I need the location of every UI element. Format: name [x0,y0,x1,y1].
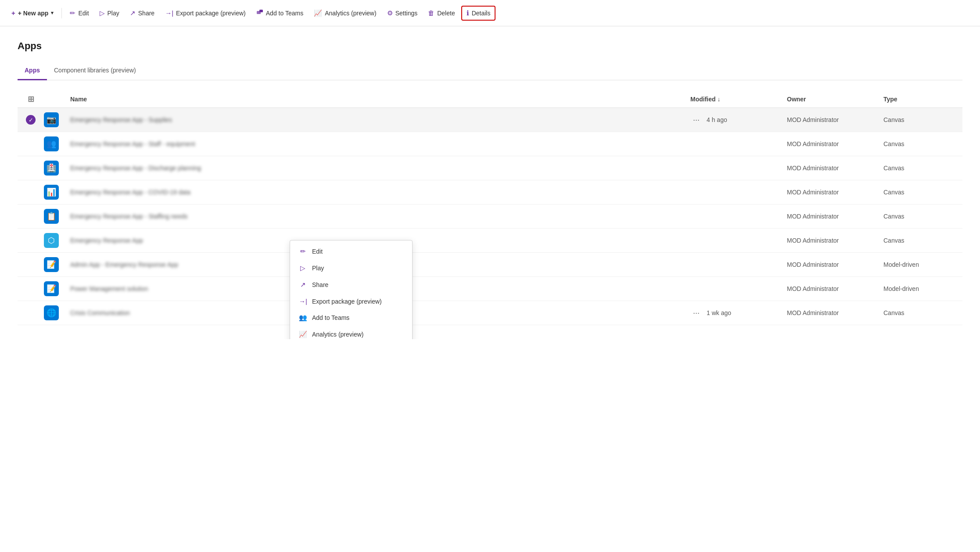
app-name-text: Admin App - Emergency Response App [70,261,178,268]
table-row[interactable]: 🏥Emergency Response App - Discharge plan… [18,156,962,180]
menu-item-edit[interactable]: ✏ Edit [290,243,412,260]
app-icon: 📷 [44,112,70,127]
owner-cell: MOD Administrator [787,140,883,147]
share-label: Share [138,10,154,17]
owner-cell: MOD Administrator [787,189,883,196]
header-check: ⊞ [18,94,44,104]
table-row[interactable]: ⬡Emergency Response AppMOD Administrator… [18,229,962,253]
row-check[interactable]: ✓ [18,115,44,125]
type-cell: Model-driven [883,261,962,268]
menu-item-add-to-teams[interactable]: 👥 Add to Teams [290,309,412,326]
play-icon: ▷ [100,9,105,17]
plus-icon: + [11,9,15,17]
export-icon: →| [165,9,173,17]
page-title: Apps [18,40,962,52]
app-name-cell: Emergency Response App - Staffing needs [70,213,690,220]
menu-icon: ✏ [299,247,307,255]
table-header: ⊞ Name Modified ↓ Owner Type [18,91,962,108]
menu-label: Analytics (preview) [312,331,363,338]
header-owner: Owner [787,96,883,103]
app-icon: 👥 [44,136,70,151]
menu-icon: 📈 [299,330,307,338]
apps-table-container: ⊞ Name Modified ↓ Owner Type ✓📷Emergency… [18,91,962,325]
type-cell: Canvas [883,165,962,172]
type-cell: Canvas [883,309,962,316]
app-name-text: Power Management solution [70,285,148,292]
owner-cell: MOD Administrator [787,309,883,316]
settings-icon: ⚙ [387,9,393,17]
app-name-text: Emergency Response App - COVID-19 data [70,189,190,196]
menu-label: Share [312,281,328,288]
toolbar: + + New app ▾ ✏ Edit ▷ Play ↗ Share →| E… [0,0,980,26]
play-label: Play [108,10,119,17]
tab-apps[interactable]: Apps [18,62,47,80]
teams-icon [256,9,263,17]
modified-time: 1 wk ago [707,309,731,316]
new-app-label: + New app [18,10,49,17]
app-icon: 📝 [44,281,70,296]
context-menu: ✏ Edit ▷ Play ↗ Share →| Export package … [290,240,413,339]
header-modified[interactable]: Modified ↓ [690,96,787,103]
menu-item-export-package-preview[interactable]: →| Export package (preview) [290,293,412,309]
delete-label: Delete [437,10,455,17]
type-cell: Canvas [883,140,962,147]
modified-cell: ···4 h ago [690,115,787,125]
app-name-text: Crisis Communication [70,309,130,316]
app-icon: ⬡ [44,233,70,248]
menu-label: Export package (preview) [312,298,382,305]
menu-item-share[interactable]: ↗ Share [290,276,412,293]
edit-label: Edit [78,10,89,17]
table-row[interactable]: 📝Power Management solutionMOD Administra… [18,277,962,301]
delete-button[interactable]: 🗑 Delete [424,7,459,19]
tab-component-libraries[interactable]: Component libraries (preview) [47,62,143,80]
app-name-text: Emergency Response App - Staff - equipme… [70,140,195,147]
app-name-text: Emergency Response App - Discharge plann… [70,165,201,172]
delete-icon: 🗑 [428,9,434,17]
row-options-button[interactable]: ··· [690,308,702,319]
menu-label: Edit [312,248,323,255]
app-name-cell: Emergency Response App - Discharge plann… [70,165,690,172]
table-row[interactable]: 🌐Crisis Communication···1 wk agoMOD Admi… [18,301,962,325]
table-row[interactable]: 📝Admin App - Emergency Response AppMOD A… [18,253,962,277]
table-row[interactable]: 📊Emergency Response App - COVID-19 dataM… [18,180,962,204]
analytics-label: Analytics (preview) [325,10,376,17]
app-name-cell: Emergency Response App - Staff - equipme… [70,140,690,147]
app-name-text: Emergency Response App [70,237,143,244]
add-to-teams-label: Add to Teams [266,10,303,17]
analytics-icon: 📈 [314,9,322,17]
toolbar-divider-1 [61,8,62,18]
owner-cell: MOD Administrator [787,285,883,292]
menu-item-analytics-preview[interactable]: 📈 Analytics (preview) [290,326,412,339]
header-name[interactable]: Name [70,96,690,103]
app-icon: 📊 [44,185,70,200]
menu-item-play[interactable]: ▷ Play [290,260,412,276]
chevron-down-icon: ▾ [51,10,54,16]
type-cell: Model-driven [883,285,962,292]
row-options-button[interactable]: ··· [690,115,702,125]
new-app-button[interactable]: + + New app ▾ [7,7,58,19]
edit-icon: ✏ [70,9,75,17]
menu-label: Play [312,265,324,272]
owner-cell: MOD Administrator [787,237,883,244]
share-button[interactable]: ↗ Share [126,7,159,20]
app-name-cell: Emergency Response App - COVID-19 data [70,189,690,196]
play-button[interactable]: ▷ Play [95,7,124,20]
analytics-button[interactable]: 📈 Analytics (preview) [309,7,381,20]
table-row[interactable]: ✓📷Emergency Response App - Supplies···4 … [18,108,962,132]
details-button[interactable]: ℹ Details [461,6,496,21]
edit-button[interactable]: ✏ Edit [65,7,93,20]
header-type: Type [883,96,962,103]
settings-button[interactable]: ⚙ Settings [383,7,422,20]
app-name-text: Emergency Response App - Staffing needs [70,213,187,220]
add-to-teams-button[interactable]: Add to Teams [252,6,308,20]
table-row[interactable]: 📋Emergency Response App - Staffing needs… [18,204,962,229]
table-row[interactable]: 👥Emergency Response App - Staff - equipm… [18,132,962,156]
export-button[interactable]: →| Export package (preview) [161,7,250,19]
owner-cell: MOD Administrator [787,165,883,172]
type-cell: Canvas [883,237,962,244]
modified-time: 4 h ago [707,116,727,123]
selected-indicator: ✓ [26,115,36,125]
grid-icon[interactable]: ⊞ [28,94,34,104]
app-name-cell: Emergency Response App - Supplies [70,116,690,123]
main-content: Apps Apps Component libraries (preview) … [0,26,980,339]
